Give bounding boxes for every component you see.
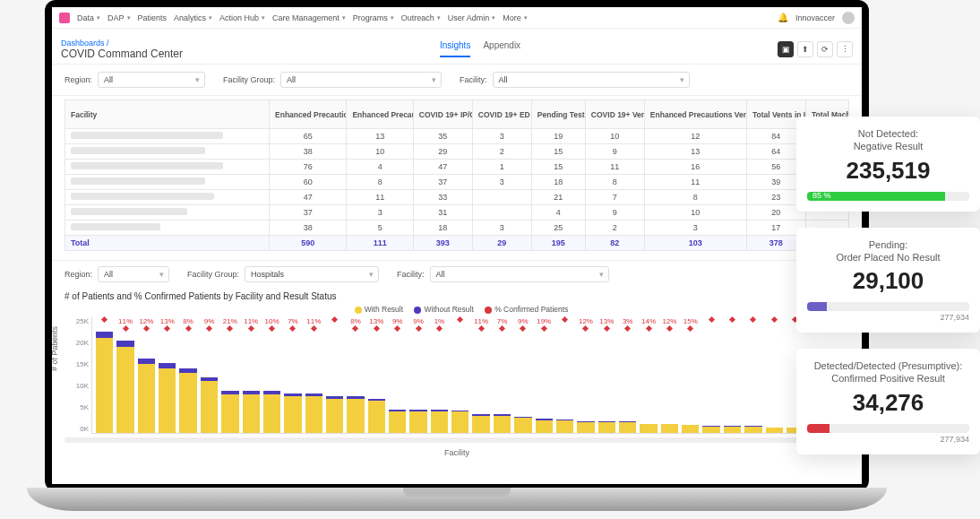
col-header[interactable]: COVID 19+ Vented [585, 100, 644, 129]
chart-bar[interactable]: 13% [159, 317, 176, 433]
chart-bar[interactable]: 3% [619, 317, 636, 433]
col-header[interactable]: COVID 19+ ED [472, 100, 531, 129]
chart-bar[interactable]: 8% [179, 317, 196, 433]
y-axis-ticks: 25K20K15K10K5K0K [67, 317, 89, 433]
cell: 13 [644, 144, 746, 160]
filter-facility[interactable]: All [493, 72, 690, 88]
nav-action-hub[interactable]: Action Hub [219, 13, 265, 22]
chart-bar[interactable]: 12% [661, 317, 678, 433]
chart-bar[interactable]: 13% [368, 317, 385, 433]
nav-outreach[interactable]: Outreach [401, 13, 441, 22]
nav-programs[interactable]: Programs [353, 13, 394, 22]
chart-bar[interactable]: 7% [494, 317, 511, 433]
nav-data[interactable]: Data [77, 13, 100, 22]
kpi-card[interactable]: Detected/Detected (Presumptive):Confirme… [796, 349, 980, 454]
chart-bar[interactable]: 13% [598, 317, 615, 433]
chart-bar[interactable]: 11% [116, 317, 133, 433]
col-header[interactable]: COVID 19+ IP/OBS [413, 100, 472, 129]
refresh-icon[interactable]: ⟳ [817, 41, 833, 57]
cell: 10 [644, 205, 746, 221]
chart-bar[interactable]: 15% [682, 317, 699, 433]
breadcrumb-parent[interactable]: Dashboards / [61, 39, 109, 48]
kpi-label: Pending:Order Placed No Result [807, 238, 969, 264]
filter-label-facility: Facility: [460, 75, 487, 84]
table-row[interactable]: 37331491020 [65, 205, 849, 221]
tab-insights[interactable]: Insights [440, 40, 470, 57]
chart-bar[interactable] [556, 317, 573, 433]
legend-swatch-without-icon [414, 307, 421, 314]
table-row[interactable]: 651335319101284 [65, 129, 849, 144]
nav-analytics[interactable]: Analytics [174, 13, 212, 22]
chart-bar[interactable]: 7% [284, 317, 301, 433]
chart-bar[interactable] [451, 317, 469, 433]
nav-more[interactable]: More [503, 13, 528, 22]
cell: 7 [585, 190, 644, 205]
chart-bar[interactable]: 12% [138, 317, 155, 433]
cell: 3 [472, 175, 531, 190]
chart-bar[interactable]: 21% [221, 317, 238, 433]
filter-group[interactable]: All [280, 72, 442, 88]
table-row[interactable]: 6083731881139 [65, 175, 849, 190]
bell-icon[interactable]: 🔔 [778, 13, 788, 22]
tab-appendix[interactable]: Appendix [483, 40, 520, 57]
col-header[interactable]: Pending Tests [531, 100, 585, 129]
cell: 15 [531, 144, 585, 160]
chart-bar[interactable] [744, 317, 761, 433]
kpi-card[interactable]: Pending:Order Placed No Result29,100277,… [796, 228, 980, 333]
cell: 13 [347, 129, 413, 144]
chart-bar[interactable]: 14% [640, 317, 657, 433]
table-row[interactable]: 76447115111656 [65, 160, 849, 175]
filter-row-top: Region: All Facility Group: All Facility… [52, 65, 862, 96]
chart-bar[interactable]: 12% [577, 317, 594, 433]
user-label[interactable]: Innovaccer [795, 13, 835, 22]
cell: 47 [413, 160, 472, 175]
filter2-group[interactable]: Hospitals [245, 266, 379, 282]
chart-bar[interactable]: 1% [431, 317, 448, 433]
chart-bar[interactable]: 9% [389, 317, 406, 433]
more-icon[interactable]: ⋮ [837, 41, 853, 57]
avatar[interactable] [842, 12, 855, 24]
filter2-facility[interactable]: All [430, 266, 609, 282]
x-axis-title: Facility [64, 448, 849, 457]
cell: 10 [585, 129, 644, 144]
nav-dap[interactable]: DAP [107, 13, 131, 22]
legend-with: With Result [365, 305, 403, 314]
legend-swatch-pct-icon [485, 307, 492, 314]
chart-bar[interactable]: 8% [347, 317, 364, 433]
chart-bar[interactable]: 9% [409, 317, 426, 433]
chart-bar[interactable]: 11% [472, 317, 489, 433]
filter-region[interactable]: All [98, 72, 205, 88]
breadcrumb: Dashboards / COVID Command Center [61, 39, 183, 60]
table-row[interactable]: 385183252317 [65, 221, 849, 236]
chart-bar[interactable]: 11% [305, 317, 322, 433]
cell: 1 [472, 160, 531, 175]
table-row[interactable]: 471133217823 [65, 190, 849, 205]
chart-bar[interactable]: 10% [263, 317, 280, 433]
chart-bar[interactable]: 9% [201, 317, 218, 433]
col-header[interactable]: Enhanced Precautions Vented [644, 100, 746, 129]
chart-bar[interactable]: 19% [536, 317, 553, 433]
cell [472, 205, 531, 221]
nav-patients[interactable]: Patients [138, 13, 168, 22]
table-row[interactable]: 38102921591364 [65, 144, 849, 160]
kpi-card[interactable]: Not Detected:Negative Result235,51985 % [796, 117, 980, 212]
cell: 19 [531, 129, 585, 144]
nav-user-admin[interactable]: User Admin [448, 13, 496, 22]
chart-bar[interactable] [766, 317, 783, 433]
chart-bar[interactable] [96, 317, 113, 433]
nav-care-management[interactable]: Care Management [272, 13, 346, 22]
chart-bar[interactable]: 9% [514, 317, 531, 433]
chart-bar[interactable]: 11% [243, 317, 260, 433]
col-header[interactable]: Facility [65, 100, 270, 129]
filter2-region[interactable]: All [98, 266, 169, 282]
chart-bar[interactable] [724, 317, 741, 433]
chart-scrollbar[interactable] [64, 437, 849, 443]
chart-bar[interactable] [702, 317, 719, 433]
expand-icon[interactable]: ▣ [778, 41, 794, 57]
chart-bar[interactable] [326, 317, 343, 433]
col-header[interactable]: Enhanced Precautions IP/OBS [270, 100, 347, 129]
cell: 3 [472, 221, 531, 236]
cell: 18 [413, 221, 472, 236]
col-header[interactable]: Enhanced Precautions ED [347, 100, 413, 129]
upload-icon[interactable]: ⬆ [797, 41, 813, 57]
